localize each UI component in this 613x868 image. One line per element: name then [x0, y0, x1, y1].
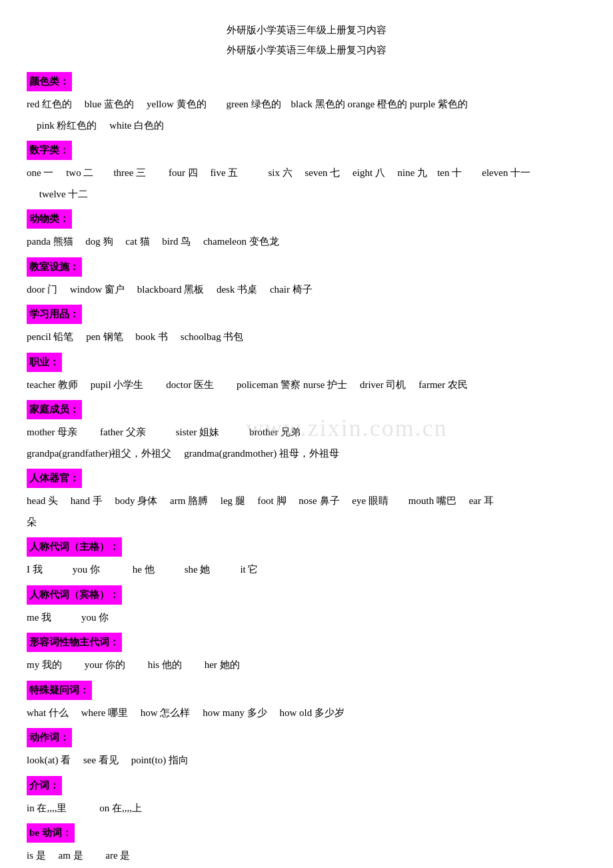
category-label-1: 数字类： [27, 141, 72, 160]
categories-container: 颜色类：red 红色的 blue 蓝色的 yellow 黄色的 green 绿色… [27, 68, 586, 868]
title-line-2: 外研版小学英语三年级上册复习内容 [27, 40, 586, 60]
page: www.zixin.com.cn 外研版小学英语三年级上册复习内容 外研版小学英… [27, 20, 586, 868]
content-line-8-0: I 我 you 你 he 他 she 她 it 它 [27, 560, 586, 579]
category-section-9: 人称代词（宾格）：me 我 you 你 [27, 581, 586, 627]
category-section-6: 家庭成员：mother 母亲 father 父亲 sister 姐妹 broth… [27, 396, 586, 463]
category-section-10: 形容词性物主代词：my 我的 your 你的 his 他的 her 她的 [27, 629, 586, 675]
content-line-14-0: is 是 am 是 are 是 [27, 846, 586, 865]
content-line-6-1: grandpa(grandfather)祖父，外祖父 grandma(grand… [27, 444, 586, 463]
category-label-12: 动作词： [27, 728, 72, 747]
category-section-11: 特殊疑问词：what 什么 where 哪里 how 怎么样 how many … [27, 677, 586, 723]
content-line-6-0: mother 母亲 father 父亲 sister 姐妹 brother 兄弟 [27, 423, 586, 442]
content-line-2-0: panda 熊猫 dog 狗 cat 猫 bird 鸟 chameleon 变色… [27, 232, 586, 251]
category-label-2: 动物类： [27, 209, 72, 229]
category-section-0: 颜色类：red 红色的 blue 蓝色的 yellow 黄色的 green 绿色… [27, 68, 586, 135]
content-line-9-0: me 我 you 你 [27, 608, 586, 627]
category-label-3: 教室设施： [27, 257, 82, 277]
content-line-0-0: red 红色的 blue 蓝色的 yellow 黄色的 green 绿色的 bl… [27, 95, 586, 114]
category-label-10: 形容词性物主代词： [27, 633, 122, 652]
content-line-3-0: door 门 window 窗户 blackboard 黑板 desk 书桌 c… [27, 280, 586, 299]
content-line-10-0: my 我的 your 你的 his 他的 her 她的 [27, 655, 586, 675]
category-label-7: 人体器官： [27, 469, 82, 488]
category-section-13: 介词：in 在,,,,里 on 在,,,,上 [27, 772, 586, 818]
category-label-14: be 动词： [27, 823, 75, 843]
content-line-1-0: one 一 two 二 three 三 four 四 five 五 six 六 … [27, 163, 586, 183]
category-section-1: 数字类：one 一 two 二 three 三 four 四 five 五 si… [27, 137, 586, 203]
category-label-4: 学习用品： [27, 305, 82, 324]
category-section-2: 动物类：panda 熊猫 dog 狗 cat 猫 bird 鸟 chameleo… [27, 205, 586, 251]
category-section-3: 教室设施：door 门 window 窗户 blackboard 黑板 desk… [27, 253, 586, 299]
content-line-7-1: 朵 [27, 513, 586, 532]
category-label-6: 家庭成员： [27, 400, 82, 419]
content-line-11-0: what 什么 where 哪里 how 怎么样 how many 多少 how… [27, 703, 586, 723]
category-label-5: 职业： [27, 353, 62, 372]
category-section-14: be 动词：is 是 am 是 are 是 [27, 819, 586, 865]
content-line-5-0: teacher 教师 pupil 小学生 doctor 医生 policeman… [27, 375, 586, 395]
category-section-4: 学习用品：pencil 铅笔 pen 钢笔 book 书 schoolbag 书… [27, 301, 586, 347]
title-line-1: 外研版小学英语三年级上册复习内容 [27, 20, 586, 40]
category-label-8: 人称代词（主格）： [27, 537, 122, 557]
category-section-8: 人称代词（主格）：I 我 you 你 he 他 she 她 it 它 [27, 533, 586, 579]
content-line-13-0: in 在,,,,里 on 在,,,,上 [27, 799, 586, 818]
content-line-4-0: pencil 铅笔 pen 钢笔 book 书 schoolbag 书包 [27, 327, 586, 347]
content-line-1-1: twelve 十二 [27, 185, 586, 204]
category-section-12: 动作词：look(at) 看 see 看见 point(to) 指向 [27, 724, 586, 770]
category-label-11: 特殊疑问词： [27, 681, 92, 700]
category-section-7: 人体器官：head 头 hand 手 body 身体 arm 胳膊 leg 腿 … [27, 465, 586, 531]
category-label-0: 颜色类： [27, 72, 72, 91]
content-line-12-0: look(at) 看 see 看见 point(to) 指向 [27, 751, 586, 770]
category-label-13: 介词： [27, 776, 62, 795]
title-area: 外研版小学英语三年级上册复习内容 外研版小学英语三年级上册复习内容 [27, 20, 586, 60]
category-section-5: 职业：teacher 教师 pupil 小学生 doctor 医生 police… [27, 349, 586, 395]
content-line-0-1: pink 粉红色的 white 白色的 [27, 116, 586, 135]
content-line-7-0: head 头 hand 手 body 身体 arm 胳膊 leg 腿 foot … [27, 491, 586, 511]
category-label-9: 人称代词（宾格）： [27, 585, 122, 605]
